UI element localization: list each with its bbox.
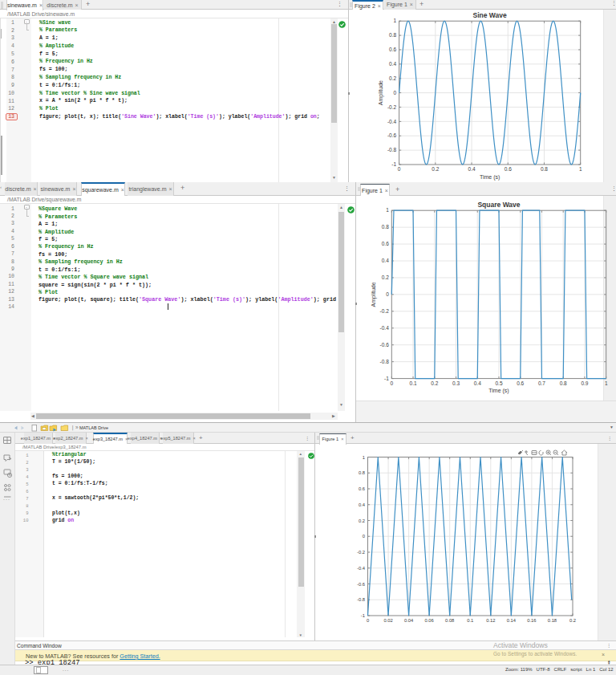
svg-text:-0.4: -0.4: [380, 325, 390, 331]
svg-text:-0.4: -0.4: [357, 566, 366, 571]
svg-text:-1: -1: [384, 376, 389, 381]
svg-text:0.1: 0.1: [410, 380, 417, 386]
svg-text:1: 1: [605, 380, 608, 386]
svg-text:1: 1: [393, 18, 396, 23]
svg-text:0.16: 0.16: [527, 618, 536, 623]
svg-text:0.8: 0.8: [389, 32, 396, 38]
svg-text:0.08: 0.08: [445, 618, 454, 623]
svg-text:1: 1: [363, 455, 365, 460]
svg-text:0.1: 0.1: [467, 618, 473, 623]
svg-text:0.4: 0.4: [474, 380, 481, 386]
svg-text:-1: -1: [391, 161, 396, 167]
svg-text:0.3: 0.3: [452, 380, 460, 386]
svg-text:0.2: 0.2: [569, 618, 576, 623]
svg-text:0.02: 0.02: [383, 618, 392, 623]
svg-text:0.04: 0.04: [404, 618, 414, 623]
svg-text:0: 0: [393, 90, 396, 96]
svg-text:0.18: 0.18: [548, 618, 557, 623]
svg-text:0.6: 0.6: [389, 47, 396, 52]
svg-text:0.6: 0.6: [382, 241, 389, 246]
svg-text:-0.8: -0.8: [357, 597, 365, 602]
svg-text:0.4: 0.4: [359, 502, 366, 507]
svg-text:Square Wave: Square Wave: [477, 201, 520, 209]
svg-text:0.4: 0.4: [468, 166, 476, 172]
svg-text:0.5: 0.5: [495, 380, 502, 386]
svg-text:0.9: 0.9: [581, 380, 588, 386]
svg-text:0.8: 0.8: [382, 224, 389, 230]
svg-text:-0.4: -0.4: [387, 119, 397, 124]
svg-text:0.12: 0.12: [486, 618, 495, 623]
svg-text:0: 0: [367, 618, 369, 623]
svg-text:0.2: 0.2: [359, 518, 365, 523]
svg-text:0: 0: [386, 291, 389, 297]
svg-text:0.4: 0.4: [389, 61, 396, 67]
svg-text:0.14: 0.14: [507, 618, 517, 623]
svg-text:-0.2: -0.2: [357, 550, 365, 555]
svg-text:-0.8: -0.8: [380, 359, 390, 364]
svg-text:0.2: 0.2: [432, 166, 439, 172]
svg-text:0.8: 0.8: [541, 166, 548, 172]
svg-text:-0.2: -0.2: [380, 308, 390, 314]
svg-text:0.6: 0.6: [359, 486, 365, 491]
svg-text:-0.6: -0.6: [357, 582, 365, 587]
svg-text:0.8: 0.8: [560, 380, 567, 386]
svg-text:0.2: 0.2: [389, 75, 396, 81]
svg-text:-0.6: -0.6: [387, 132, 397, 138]
svg-text:Time (s): Time (s): [488, 388, 509, 394]
svg-text:0: 0: [398, 166, 401, 172]
svg-text:Sine Wave: Sine Wave: [473, 11, 507, 19]
svg-text:Time (s): Time (s): [480, 174, 500, 181]
svg-text:0: 0: [390, 380, 393, 386]
svg-text:-0.6: -0.6: [380, 342, 390, 348]
svg-text:0.7: 0.7: [538, 380, 545, 386]
svg-text:0: 0: [363, 534, 365, 539]
svg-text:0.2: 0.2: [382, 274, 389, 280]
svg-text:1: 1: [579, 166, 582, 172]
svg-text:0.8: 0.8: [359, 470, 365, 475]
svg-text:-0.8: -0.8: [387, 147, 397, 152]
svg-text:Amplitude: Amplitude: [371, 282, 377, 307]
svg-text:0.6: 0.6: [517, 380, 524, 386]
svg-text:1: 1: [386, 207, 389, 213]
svg-text:-0.2: -0.2: [387, 104, 397, 110]
svg-text:0.4: 0.4: [382, 258, 389, 263]
svg-text:Amplitude: Amplitude: [378, 80, 384, 105]
svg-text:0.6: 0.6: [505, 166, 512, 172]
svg-text:0.2: 0.2: [431, 380, 438, 386]
svg-text:0.06: 0.06: [425, 618, 434, 623]
svg-text:-1: -1: [361, 613, 365, 618]
